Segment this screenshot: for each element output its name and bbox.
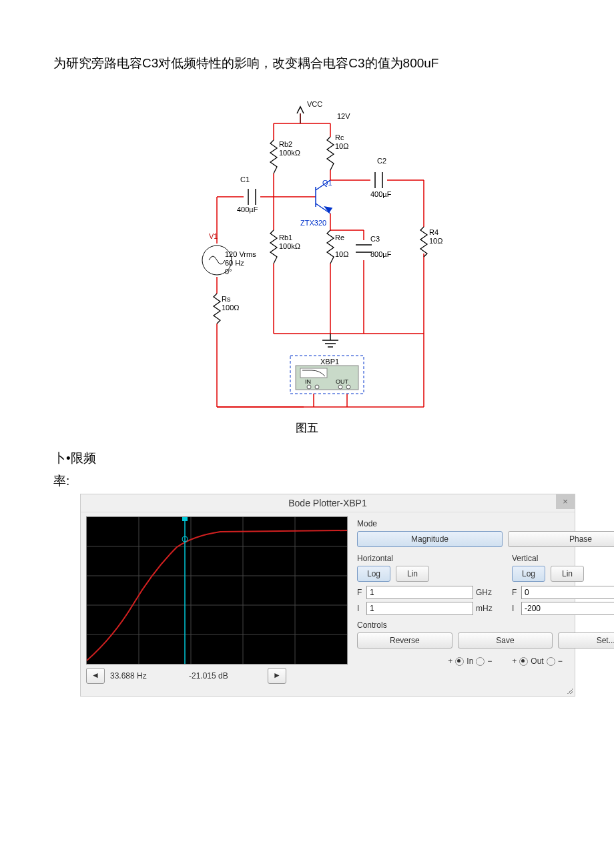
c1-name: C1 <box>240 175 250 183</box>
xbp-in: IN <box>305 379 311 386</box>
h-final-unit: GHz <box>476 588 499 597</box>
vcc-label: VCC <box>307 100 322 108</box>
h-final-label: F <box>357 588 364 597</box>
h-initial-input[interactable] <box>366 602 473 615</box>
controls-label: Controls <box>357 620 614 630</box>
body-line-2: 率: <box>53 472 561 491</box>
rb1-value: 100kΩ <box>279 242 300 250</box>
svg-point-48 <box>307 385 311 389</box>
cursor-next-button[interactable]: ► <box>268 668 286 684</box>
h-initial-unit: mHz <box>476 604 499 613</box>
magnitude-button[interactable]: Magnitude <box>357 531 503 547</box>
rb2-name: Rb2 <box>279 140 292 148</box>
bode-title: Bode Plotter-XBP1 <box>288 498 367 508</box>
q1-model: ZTX320 <box>300 219 326 227</box>
vertical-label: Vertical <box>512 554 614 563</box>
set-button[interactable]: Set... <box>558 632 614 648</box>
xbp1-name: XBP1 <box>320 358 339 366</box>
resize-grip[interactable] <box>81 689 575 696</box>
in-polarity-group: + In − <box>448 657 492 666</box>
bode-plotter-window: Bode Plotter-XBP1 × <box>80 494 575 697</box>
out-polarity-group: + Out − <box>512 657 562 666</box>
rc-name: Rc <box>335 133 344 141</box>
circuit-diagram: VCC 12V Rc 10Ω Rb2 100kΩ C1 400µF C2 400… <box>157 100 457 414</box>
svg-point-50 <box>338 385 342 389</box>
close-button[interactable]: × <box>556 494 575 509</box>
rs-name: Rs <box>222 295 230 303</box>
v-lin-button[interactable]: Lin <box>551 566 584 582</box>
v-final-label: F <box>512 588 519 597</box>
cursor-gain: -21.015 dB <box>189 671 262 681</box>
phase-button[interactable]: Phase <box>508 531 614 547</box>
svg-point-51 <box>346 385 350 389</box>
reverse-button[interactable]: Reverse <box>357 632 452 648</box>
intro-paragraph: 为研究旁路电容C3对低频特性的影响，改变耦合电容C3的值为800uF <box>53 53 561 73</box>
svg-marker-39 <box>325 207 332 212</box>
h-initial-label: I <box>357 604 364 613</box>
svg-rect-47 <box>300 368 327 378</box>
c2-value: 400µF <box>370 190 391 198</box>
vcc-value: 12V <box>337 112 350 120</box>
out-label: Out <box>531 657 543 666</box>
cursor-frequency: 33.688 Hz <box>110 671 184 681</box>
h-log-button[interactable]: Log <box>357 566 390 582</box>
v1-l1: 120 Vrms <box>225 250 256 258</box>
re-value: 10Ω <box>335 250 348 258</box>
save-button[interactable]: Save <box>458 632 553 648</box>
v-final-input[interactable] <box>521 586 614 599</box>
bode-plot-area <box>86 516 348 665</box>
v-initial-input[interactable] <box>521 602 614 615</box>
h-lin-button[interactable]: Lin <box>396 566 429 582</box>
out-minus-radio[interactable] <box>547 657 555 666</box>
v-initial-label: I <box>512 604 519 613</box>
rb2-value: 100kΩ <box>279 149 300 157</box>
rc-value: 10Ω <box>335 142 348 150</box>
xbp-out: OUT <box>336 379 348 386</box>
horizontal-label: Horizontal <box>357 554 499 563</box>
svg-rect-61 <box>182 517 188 521</box>
v1-l2: 60 Hz <box>225 259 244 267</box>
figure-caption: 图五 <box>53 420 561 436</box>
cursor-prev-button[interactable]: ◄ <box>86 668 105 684</box>
c3-value: 800µF <box>370 250 391 258</box>
rs-value: 100Ω <box>222 304 240 312</box>
v-log-button[interactable]: Log <box>512 566 545 582</box>
c1-value: 400µF <box>237 205 258 213</box>
in-label: In <box>467 657 473 666</box>
in-minus-radio[interactable] <box>476 657 485 666</box>
bode-titlebar: Bode Plotter-XBP1 × <box>81 494 575 512</box>
re-name: Re <box>335 234 344 242</box>
v1-l3: 0° <box>225 268 232 276</box>
svg-point-49 <box>315 385 319 389</box>
q1-name: Q1 <box>322 179 332 187</box>
v1-name: V1 <box>209 232 218 240</box>
rb1-name: Rb1 <box>279 234 292 242</box>
c2-name: C2 <box>377 157 386 165</box>
in-plus-radio[interactable] <box>455 657 464 666</box>
r4-value: 10Ω <box>429 237 442 245</box>
mode-label: Mode <box>357 519 614 528</box>
c3-name: C3 <box>370 235 380 243</box>
out-plus-radio[interactable] <box>519 657 528 666</box>
body-line-1: 卜•限频 <box>53 449 561 468</box>
h-final-input[interactable] <box>366 586 473 599</box>
r4-name: R4 <box>429 228 438 236</box>
